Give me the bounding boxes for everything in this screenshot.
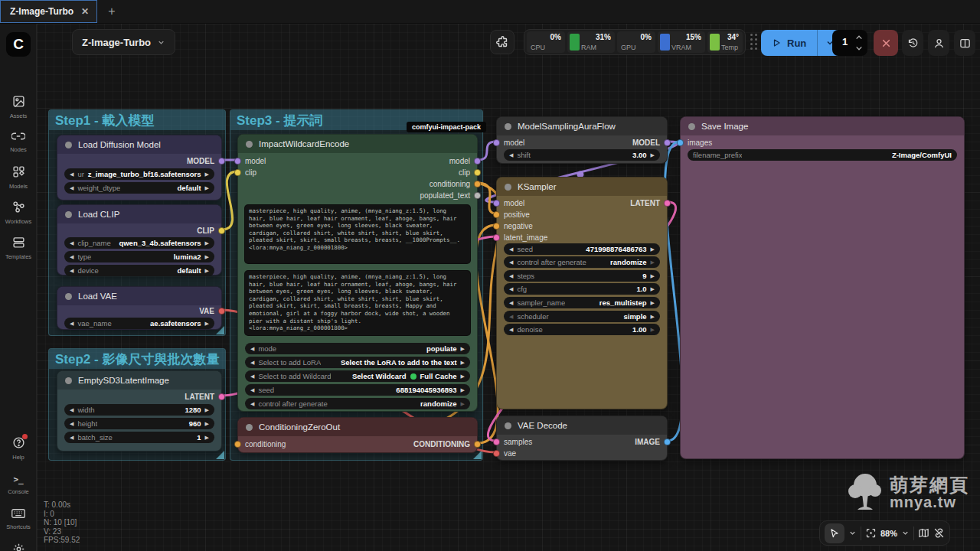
arrow-left-icon[interactable]: ◀ <box>509 286 513 292</box>
output-port-clip[interactable]: clip <box>459 167 481 178</box>
port-dot-latent[interactable] <box>493 439 500 445</box>
widget-width[interactable]: ◀ width 1280 ▶ <box>64 404 214 416</box>
toggle-panel-button[interactable] <box>954 30 975 56</box>
widget-cfg[interactable]: ◀ cfg 1.0 ▶ <box>504 283 660 295</box>
node-collapse-dot[interactable] <box>246 424 253 431</box>
widget-batch-size[interactable]: ◀ batch_size 1 ▶ <box>64 432 214 443</box>
widget-unet-name[interactable]: ◀ un... z_image_turbo_bf16.safetensors ▶ <box>64 168 214 180</box>
tab-close-icon[interactable]: ✕ <box>81 7 89 16</box>
arrow-left-icon[interactable]: ◀ <box>70 185 74 191</box>
arrow-left-icon[interactable]: ◀ <box>509 246 513 252</box>
batch-count-stepper[interactable]: 1 <box>832 30 867 56</box>
node-model-sampling-auraflow[interactable]: ModelSamplingAuraFlow model MODEL ◀ shif… <box>496 116 668 164</box>
arrow-left-icon[interactable]: ◀ <box>70 321 74 326</box>
output-port-image[interactable]: IMAGE <box>635 436 671 447</box>
node-load-diffusion-model[interactable]: Load Diffusion Model MODEL ◀ un... z_ima… <box>57 135 222 201</box>
input-port-model[interactable]: model <box>493 197 524 208</box>
arrow-right-icon[interactable]: ▶ <box>205 321 209 326</box>
widget-denoise[interactable]: ◀ denoise 1.00 ▶ <box>504 324 660 335</box>
arrow-right-icon[interactable]: ▶ <box>651 314 655 319</box>
widget-clip-name[interactable]: ◀ clip_name qwen_3_4b.safetensors ▶ <box>64 237 214 249</box>
sidebar-item-console[interactable]: >_ Console <box>0 471 37 495</box>
port-dot-clip[interactable] <box>218 227 225 234</box>
node-title-bar[interactable]: ImpactWildcardEncode <box>238 135 477 153</box>
sidebar-item-nodes[interactable]: Nodes <box>0 129 37 153</box>
arrow-left-icon[interactable]: ◀ <box>509 327 513 332</box>
sidebar-item-workflows[interactable]: Workflows <box>0 200 37 225</box>
port-dot-latent[interactable] <box>664 200 671 207</box>
node-title-bar[interactable]: Load CLIP <box>57 205 221 223</box>
node-collapse-dot[interactable] <box>505 184 511 191</box>
node-title-bar[interactable]: Save Image <box>681 117 964 135</box>
port-dot-model[interactable] <box>664 139 671 146</box>
port-dot-vae[interactable] <box>493 450 500 457</box>
arrow-left-icon[interactable]: ◀ <box>509 259 513 265</box>
arrow-right-icon[interactable]: ▶ <box>461 387 465 393</box>
port-dot-model[interactable] <box>474 158 481 165</box>
arrow-right-icon[interactable]: ▶ <box>205 407 209 412</box>
node-vae-decode[interactable]: VAE Decode samples vae IMAGE <box>496 416 668 461</box>
output-port-conditioning[interactable]: conditioning <box>430 178 481 189</box>
toggle-links-button[interactable] <box>933 527 945 539</box>
arrow-right-icon[interactable]: ▶ <box>461 346 465 351</box>
output-port-clip[interactable]: CLIP <box>197 225 225 236</box>
input-port-vae[interactable]: vae <box>493 448 516 458</box>
node-title-bar[interactable]: ModelSamplingAuraFlow <box>497 117 667 135</box>
node-empty-sd3-latent-image[interactable]: EmptySD3LatentImage LATENT ◀ width 1280 … <box>57 370 222 452</box>
port-dot-conditioning[interactable] <box>474 441 481 448</box>
input-port-latent-image[interactable]: latent_image <box>493 232 547 243</box>
sidebar-item-help[interactable]: Help <box>0 435 37 461</box>
extensions-manager-button[interactable] <box>490 30 514 54</box>
chevron-down-icon[interactable] <box>855 45 863 52</box>
node-title-bar[interactable]: ConditioningZeroOut <box>238 418 477 436</box>
input-port-positive[interactable]: positive <box>493 209 530 220</box>
widget-weight-dtype[interactable]: ◀ weight_dtype default ▶ <box>64 182 214 194</box>
node-collapse-dot[interactable] <box>505 123 511 130</box>
arrow-right-icon[interactable]: ▶ <box>651 259 655 265</box>
sidebar-item-settings[interactable]: Settings <box>0 542 37 551</box>
arrow-left-icon[interactable]: ◀ <box>70 254 74 259</box>
arrow-left-icon[interactable]: ◀ <box>509 300 513 305</box>
arrow-right-icon[interactable]: ▶ <box>651 327 655 332</box>
widget-filename-prefix[interactable]: filename_prefix Z-Image/ComfyUI <box>688 149 957 161</box>
run-button-main[interactable]: Run <box>761 30 817 56</box>
widget-control-after-generate[interactable]: ◀ control after generate randomize ▶ <box>245 398 470 409</box>
output-port-model[interactable]: model <box>449 155 481 166</box>
widget-vae-name[interactable]: ◀ vae_name ae.safetensors ▶ <box>64 318 214 329</box>
arrow-left-icon[interactable]: ◀ <box>509 314 513 319</box>
arrow-left-icon[interactable]: ◀ <box>70 268 74 273</box>
input-port-model[interactable]: model <box>234 155 266 166</box>
zoom-level[interactable]: 88% <box>880 529 897 538</box>
arrow-right-icon[interactable]: ▶ <box>651 246 655 252</box>
sidebar-item-assets[interactable]: Assets <box>0 94 37 119</box>
input-port-conditioning[interactable]: conditioning <box>234 439 286 449</box>
widget-seed[interactable]: ◀ seed 471998876486763 ▶ <box>504 243 660 255</box>
output-port-latent[interactable]: LATENT <box>185 391 225 402</box>
node-title-bar[interactable]: KSampler <box>497 178 667 196</box>
port-dot-conditioning[interactable] <box>234 441 241 448</box>
widget-type[interactable]: ◀ type lumina2 ▶ <box>64 251 214 262</box>
port-dot-model[interactable] <box>218 158 225 165</box>
widget-select-wildcard[interactable]: ◀ Select to add Wildcard Select Wildcard… <box>245 370 470 382</box>
cancel-button[interactable] <box>874 30 898 56</box>
comfyui-logo[interactable]: C <box>6 32 31 57</box>
workflow-tab[interactable]: Z-Image-Turbo ✕ <box>0 0 97 23</box>
node-conditioning-zero-out[interactable]: ConditioningZeroOut conditioning CONDITI… <box>237 417 478 453</box>
sidebar-item-models[interactable]: Models <box>0 165 37 190</box>
run-button[interactable]: Run <box>761 30 842 56</box>
fit-view-button[interactable] <box>865 527 877 539</box>
node-collapse-dot[interactable] <box>65 377 72 384</box>
arrow-right-icon[interactable]: ▶ <box>205 240 209 246</box>
widget-control-after-generate[interactable]: ◀ control after generate randomize ▶ <box>504 256 660 268</box>
port-dot-conditioning[interactable] <box>493 211 500 218</box>
arrow-left-icon[interactable]: ◀ <box>250 346 254 351</box>
port-dot-model[interactable] <box>493 200 500 207</box>
arrow-left-icon[interactable]: ◀ <box>250 373 254 379</box>
port-dot-conditioning[interactable] <box>474 181 481 187</box>
populated-text-textarea[interactable]: masterpiece, high quality, anime, (mnya_… <box>244 270 471 336</box>
node-title-bar[interactable]: Load Diffusion Model <box>57 135 221 154</box>
node-load-clip[interactable]: Load CLIP CLIP ◀ clip_name qwen_3_4b.saf… <box>57 204 222 276</box>
new-tab-button[interactable]: + <box>97 0 126 23</box>
arrow-right-icon[interactable]: ▶ <box>205 435 209 440</box>
node-collapse-dot[interactable] <box>246 141 253 148</box>
